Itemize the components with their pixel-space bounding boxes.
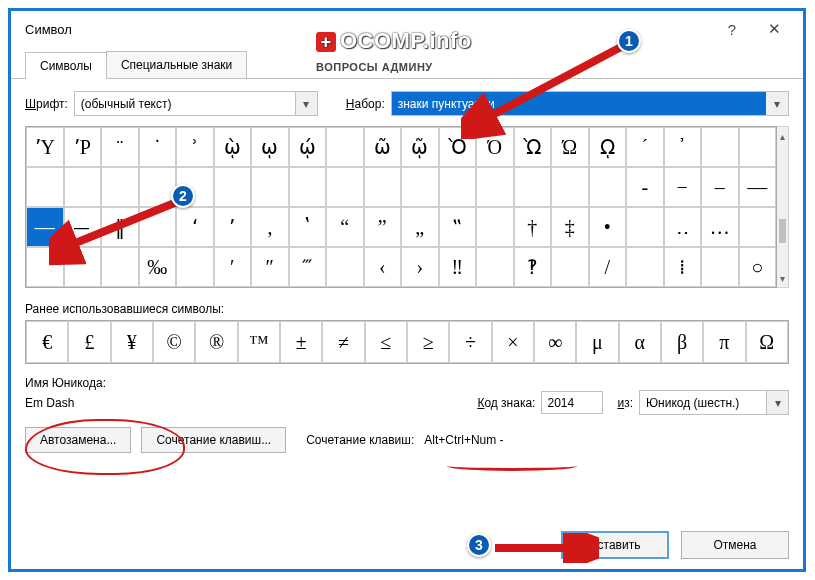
shortcut-button[interactable]: Сочетание клавиш... [141, 427, 286, 453]
scroll-up-icon[interactable]: ▴ [777, 127, 788, 145]
char-cell[interactable]: ῶ [364, 127, 402, 167]
char-cell[interactable]: ‽ [514, 247, 552, 287]
autocorrect-button[interactable]: Автозамена... [25, 427, 131, 453]
char-cell[interactable] [476, 207, 514, 247]
recent-cell[interactable]: © [153, 321, 195, 363]
insert-button[interactable]: Вставить [561, 531, 669, 559]
scroll-down-icon[interactable]: ▾ [777, 269, 788, 287]
recent-cell[interactable]: α [619, 321, 661, 363]
char-cell[interactable]: „ [401, 207, 439, 247]
char-cell[interactable] [739, 127, 777, 167]
char-cell[interactable]: † [514, 207, 552, 247]
char-cell[interactable] [101, 167, 139, 207]
char-cell[interactable]: ῷ [401, 127, 439, 167]
char-cell[interactable]: ⁞ [664, 247, 702, 287]
char-cell[interactable] [439, 167, 477, 207]
recent-cell[interactable]: ∞ [534, 321, 576, 363]
char-cell[interactable] [139, 167, 177, 207]
char-cell[interactable] [476, 167, 514, 207]
recent-cell[interactable]: ≥ [407, 321, 449, 363]
char-cell[interactable]: ” [364, 207, 402, 247]
char-cell[interactable]: ʼ [214, 207, 252, 247]
char-cell[interactable]: ‖ [101, 207, 139, 247]
char-cell[interactable] [514, 167, 552, 207]
char-cell[interactable]: ῲ [214, 127, 252, 167]
char-cell[interactable] [176, 247, 214, 287]
char-cell[interactable]: … [701, 207, 739, 247]
recent-cell[interactable]: ÷ [449, 321, 491, 363]
char-cell[interactable]: ″ [251, 247, 289, 287]
recent-cell[interactable]: ™ [238, 321, 280, 363]
char-cell[interactable]: ʾ [176, 127, 214, 167]
close-button[interactable]: ✕ [753, 14, 795, 44]
recent-cell[interactable]: Ω [746, 321, 788, 363]
char-cell[interactable] [251, 167, 289, 207]
char-cell[interactable]: / [589, 247, 627, 287]
char-cell[interactable] [64, 247, 102, 287]
char-cell[interactable]: ⸺ [64, 207, 102, 247]
char-cell[interactable] [589, 167, 627, 207]
recent-cell[interactable]: ≤ [365, 321, 407, 363]
char-cell[interactable]: ○ [739, 247, 777, 287]
font-select[interactable]: (обычный текст) ▾ [74, 91, 318, 116]
from-select[interactable]: Юникод (шестн.) ▾ [639, 390, 789, 415]
char-cell[interactable]: ‥ [664, 207, 702, 247]
char-cell[interactable]: ʼY [26, 127, 64, 167]
char-cell[interactable] [214, 167, 252, 207]
char-cell[interactable] [701, 247, 739, 287]
char-cell[interactable]: Ό [476, 127, 514, 167]
char-cell[interactable] [326, 167, 364, 207]
char-cell[interactable]: ‼ [439, 247, 477, 287]
recent-cell[interactable]: £ [68, 321, 110, 363]
char-cell[interactable] [289, 167, 327, 207]
tab-special[interactable]: Специальные знаки [106, 51, 247, 78]
recent-cell[interactable]: € [26, 321, 68, 363]
char-cell[interactable]: ´ [626, 127, 664, 167]
recent-cell[interactable]: ≠ [322, 321, 364, 363]
char-cell[interactable] [64, 167, 102, 207]
char-cell[interactable]: Ώ [551, 127, 589, 167]
char-cell[interactable] [551, 247, 589, 287]
char-cell[interactable]: Ὸ [439, 127, 477, 167]
scrollbar[interactable]: ▴ ▾ [777, 126, 789, 288]
char-cell[interactable] [401, 167, 439, 207]
char-cell[interactable]: › [401, 247, 439, 287]
char-cell[interactable]: ˙ [139, 127, 177, 167]
cancel-button[interactable]: Отмена [681, 531, 789, 559]
char-cell[interactable]: ʽ [289, 207, 327, 247]
char-cell[interactable]: − [664, 167, 702, 207]
char-cell[interactable]: ‟ [439, 207, 477, 247]
char-cell[interactable] [739, 207, 777, 247]
char-cell[interactable]: ‴ [289, 247, 327, 287]
char-cell[interactable] [701, 127, 739, 167]
char-cell[interactable] [551, 167, 589, 207]
char-cell[interactable]: ‹ [364, 247, 402, 287]
char-cell[interactable] [476, 247, 514, 287]
char-cell[interactable] [326, 247, 364, 287]
char-cell[interactable] [139, 207, 177, 247]
char-cell[interactable]: “ [326, 207, 364, 247]
help-button[interactable]: ? [711, 14, 753, 44]
char-cell[interactable]: ῴ [289, 127, 327, 167]
recent-cell[interactable]: β [661, 321, 703, 363]
recent-cell[interactable]: × [492, 321, 534, 363]
char-cell[interactable] [364, 167, 402, 207]
char-cell[interactable]: ῼ [589, 127, 627, 167]
char-cell[interactable]: ― [26, 207, 64, 247]
char-cell[interactable] [626, 247, 664, 287]
char-cell[interactable]: ʼP [64, 127, 102, 167]
recent-cell[interactable]: μ [576, 321, 618, 363]
char-cell[interactable]: – [701, 167, 739, 207]
char-cell[interactable]: ‰ [139, 247, 177, 287]
char-cell[interactable]: • [589, 207, 627, 247]
char-cell[interactable]: ‐ [626, 167, 664, 207]
tab-symbols[interactable]: Символы [25, 52, 107, 79]
char-cell[interactable]: ′ [214, 247, 252, 287]
char-cell[interactable]: ‚ [251, 207, 289, 247]
char-cell[interactable] [326, 127, 364, 167]
recent-cell[interactable]: π [703, 321, 745, 363]
char-cell[interactable]: Ὼ [514, 127, 552, 167]
char-cell[interactable]: ʻ [176, 207, 214, 247]
char-cell[interactable] [26, 167, 64, 207]
recent-cell[interactable]: ¥ [111, 321, 153, 363]
